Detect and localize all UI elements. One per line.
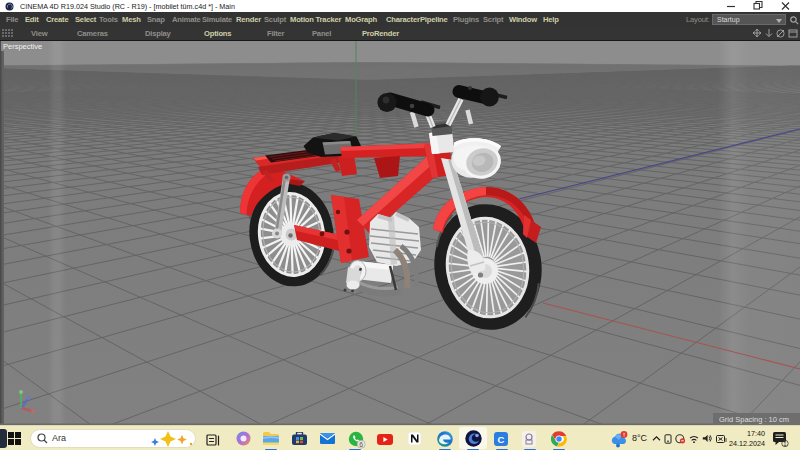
svg-text:6: 6 — [359, 441, 363, 448]
svg-text:C: C — [498, 434, 505, 445]
svg-text:Perspective: Perspective — [3, 42, 42, 51]
svg-text:Grid Spacing : 10 cm: Grid Spacing : 10 cm — [719, 415, 789, 424]
